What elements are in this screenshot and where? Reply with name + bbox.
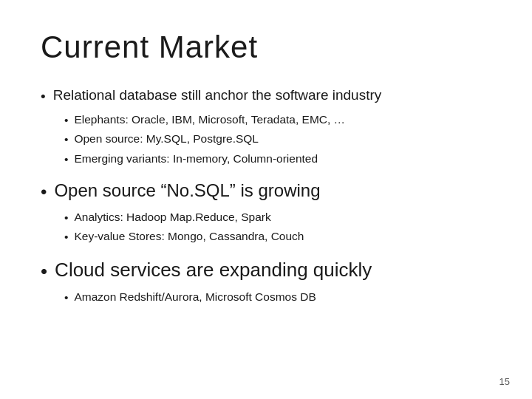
sub-dot-n1: • [64, 210, 68, 226]
content-area: • Relational database still anchor the s… [41, 86, 491, 377]
sub-bullet-nosql-1: • Analytics: Hadoop Map.Reduce, Spark [64, 209, 491, 226]
sub-bullets-nosql: • Analytics: Hadoop Map.Reduce, Spark • … [64, 209, 491, 246]
section-relational: • Relational database still anchor the s… [41, 86, 491, 168]
bullet-dot-1: • [41, 87, 46, 107]
section-cloud: • Cloud services are expanding quickly •… [41, 256, 491, 307]
sub-bullet-relational-1-text: Elephants: Oracle, IBM, Microsoft, Terad… [74, 112, 345, 128]
sub-bullet-relational-3: • Emerging variants: In-memory, Column-o… [64, 151, 491, 168]
main-bullet-nosql: • Open source “No.SQL” is growing [41, 178, 491, 205]
sub-bullet-cloud-1: • Amazon Redshift/Aurora, Microsoft Cosm… [64, 289, 491, 306]
sub-bullet-nosql-2: • Key-value Stores: Mongo, Cassandra, Co… [64, 228, 491, 245]
sub-bullet-relational-2: • Open source: My.SQL, Postgre.SQL [64, 131, 491, 148]
main-bullet-nosql-text: Open source “No.SQL” is growing [54, 178, 320, 203]
sub-dot-r2: • [64, 132, 68, 148]
sub-bullet-relational-1: • Elephants: Oracle, IBM, Microsoft, Ter… [64, 112, 491, 129]
slide: Current Market • Relational database sti… [0, 0, 532, 399]
page-number: 15 [499, 376, 510, 387]
slide-title: Current Market [41, 30, 491, 65]
main-bullet-relational: • Relational database still anchor the s… [41, 86, 491, 107]
bullet-dot-3: • [41, 258, 47, 284]
main-bullet-cloud-text: Cloud services are expanding quickly [55, 256, 372, 283]
sub-dot-r1: • [64, 112, 68, 129]
section-nosql: • Open source “No.SQL” is growing • Anal… [41, 178, 491, 246]
sub-dot-c1: • [64, 290, 68, 306]
sub-bullet-relational-3-text: Emerging variants: In-memory, Column-ori… [74, 151, 318, 167]
sub-bullets-relational: • Elephants: Oracle, IBM, Microsoft, Ter… [64, 112, 491, 168]
sub-bullets-cloud: • Amazon Redshift/Aurora, Microsoft Cosm… [64, 289, 491, 306]
bullet-dot-2: • [41, 180, 47, 205]
sub-bullet-nosql-2-text: Key-value Stores: Mongo, Cassandra, Couc… [74, 228, 304, 245]
sub-dot-n2: • [64, 229, 68, 245]
sub-dot-r3: • [64, 151, 68, 168]
main-bullet-relational-text: Relational database still anchor the sof… [53, 86, 382, 106]
sub-bullet-relational-2-text: Open source: My.SQL, Postgre.SQL [74, 131, 259, 147]
sub-bullet-nosql-1-text: Analytics: Hadoop Map.Reduce, Spark [74, 209, 270, 225]
sub-bullet-cloud-1-text: Amazon Redshift/Aurora, Microsoft Cosmos… [74, 289, 316, 305]
main-bullet-cloud: • Cloud services are expanding quickly [41, 256, 491, 284]
